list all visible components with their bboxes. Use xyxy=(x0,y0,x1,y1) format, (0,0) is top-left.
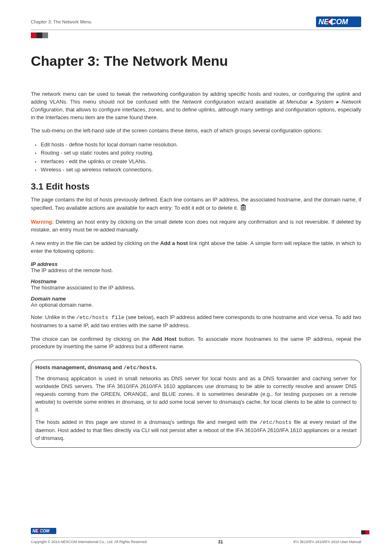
text: The hosts added in this page are stored … xyxy=(35,419,260,425)
svg-text:NE: NE xyxy=(32,529,38,533)
svg-rect-8 xyxy=(241,205,246,206)
svg-text:COM: COM xyxy=(40,529,50,533)
section-paragraph: The page contains the list of hosts prev… xyxy=(31,196,361,213)
page-header: Chapter 3: The Network Menu NE COM xyxy=(31,16,361,30)
doc-title: IFA 3610/IFA 2610/IFA 1610 User Manual xyxy=(293,540,361,544)
text: The page contains the list of hosts prev… xyxy=(31,197,361,211)
confirm-paragraph: The choice can be confirmed by clicking … xyxy=(31,335,361,351)
add-host-paragraph: A new entry in the file can be added by … xyxy=(31,240,361,255)
breadcrumb: Chapter 3: The Network Menu xyxy=(31,19,91,24)
mono-text: /etc/hosts file xyxy=(76,314,124,321)
copyright-text: Copyright © 2014 NEXCOM International Co… xyxy=(31,540,148,544)
text: Deleting an host entry by clicking on th… xyxy=(31,219,361,233)
callout-paragraph-2: The hosts added in this page are stored … xyxy=(35,419,357,442)
field-domain-desc: An optional domain name. xyxy=(31,302,361,308)
brand-logo: NE COM xyxy=(316,16,361,27)
callout-paragraph-1: The dnsmasq application is used in small… xyxy=(35,375,357,414)
callout-title: Hosts management, dnsmasq and /etc/hosts… xyxy=(35,364,357,371)
text: Note: Unlike in the xyxy=(31,314,76,320)
text: wizard available at xyxy=(235,99,286,105)
note-paragraph: Note: Unlike in the /etc/hosts file (see… xyxy=(31,314,361,330)
decorative-footer-squares xyxy=(361,530,369,534)
list-item: Wireless - set up wireless network conne… xyxy=(35,166,361,174)
field-ip-label: IP address xyxy=(31,261,361,267)
text: A new entry in the file can be added by … xyxy=(31,240,160,246)
text: The choice can be confirmed by clicking … xyxy=(31,336,152,342)
footer-brand-logo: NE COM xyxy=(31,528,361,536)
svg-rect-7 xyxy=(242,204,244,205)
intro-paragraph-2: The sub-menu on the left-hand side of th… xyxy=(31,127,361,135)
text: Hosts management, dnsmasq and xyxy=(35,364,124,370)
field-ip-desc: The IP address of the remote host. xyxy=(31,267,361,273)
svg-text:COM: COM xyxy=(331,18,348,26)
list-item: Edit hosts - define hosts for local doma… xyxy=(35,141,361,149)
list-item: Routing - set up static routes and polic… xyxy=(35,149,361,157)
info-callout: Hosts management, dnsmasq and /etc/hosts… xyxy=(31,360,361,448)
text: , that allows to configure interfaces, z… xyxy=(31,106,361,120)
bold-text: Add Host xyxy=(152,336,176,342)
text: . xyxy=(156,364,157,370)
field-domain-label: Domain name xyxy=(31,296,361,302)
list-item: Interfaces - edit the uplinks or create … xyxy=(35,157,361,166)
trash-icon xyxy=(240,204,246,213)
intro-paragraph-1: The network menu can be used to tweak th… xyxy=(31,90,361,121)
decorative-squares xyxy=(31,32,361,38)
chapter-title: Chapter 3: The Network Menu xyxy=(31,53,361,69)
submenu-list: Edit hosts - define hosts for local doma… xyxy=(35,141,361,174)
mono-text: /etc/hosts xyxy=(124,365,156,371)
field-hostname-label: Hostname xyxy=(31,278,361,284)
field-hostname-desc: The hostname associated to the IP addres… xyxy=(31,284,361,291)
bold-text: Add a host xyxy=(160,240,188,246)
warning-label: Warning: xyxy=(31,219,54,225)
page-number: 31 xyxy=(218,539,223,544)
mono-text: /etc/hosts xyxy=(260,419,292,426)
warning-paragraph: Warning: Deleting an host entry by click… xyxy=(31,218,361,234)
section-heading: 3.1 Edit hosts xyxy=(31,181,361,192)
page-footer: NE COM Copyright © 2014 NEXCOM Internati… xyxy=(31,528,361,544)
svg-text:NE: NE xyxy=(318,18,329,26)
italic-text: Network configuration xyxy=(182,99,235,105)
